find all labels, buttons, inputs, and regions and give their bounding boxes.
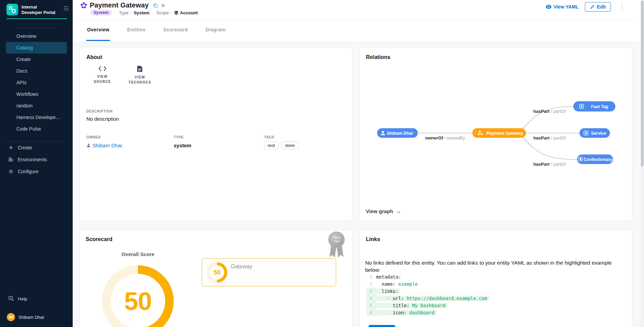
gateway-score-ring: 50: [207, 262, 227, 283]
relations-card: Relations ownerOf / ownedBy hasPart / pa…: [359, 47, 632, 221]
sidebar-create-label: Create: [18, 145, 32, 150]
sidebar-item-apis[interactable]: APIs: [0, 77, 73, 88]
tier-line1: Silver: [332, 236, 340, 240]
silver-tier-badge-icon: Silver Tier: [328, 232, 345, 258]
sidebar-item-random[interactable]: random: [0, 100, 73, 112]
code-line-highlighted: 6 icon: dashboard: [367, 309, 489, 316]
meta-separator: ·: [152, 10, 154, 15]
copy-icon[interactable]: [153, 3, 158, 8]
sidebar-nav: Overview Catalog Create Docs APIs Workfl…: [0, 30, 73, 135]
view-techdocs-label: VIEW TECHDOCS: [127, 75, 153, 85]
overall-score-label: Overall Score: [102, 251, 174, 257]
sidebar-configure[interactable]: Configure: [0, 165, 73, 177]
node-confectionary[interactable]: Confectionary: [577, 154, 613, 164]
owner-name: Shibam Dhar: [92, 143, 123, 148]
favorite-star-icon[interactable]: [160, 3, 166, 8]
node-shibam-dhar[interactable]: Shibam Dhar: [377, 128, 418, 138]
gateway-score-card[interactable]: 50 Gateway: [202, 258, 336, 286]
entity-header: Payment Gateway System · Type : System ·…: [73, 0, 641, 41]
scorecard-title: Scorecard: [86, 236, 346, 242]
tab-scorecard[interactable]: Scorecard: [162, 19, 188, 41]
tab-overview[interactable]: Overview: [86, 19, 110, 41]
sidebar-environments[interactable]: Environments: [0, 153, 73, 165]
links-docs-button[interactable]: [369, 325, 395, 327]
edge-label-owner: ownerOf / ownedBy: [425, 135, 465, 140]
app-root: Internal Developer Portal Overview Catal…: [0, 0, 644, 327]
apps-grid-icon[interactable]: [63, 6, 69, 11]
about-title: About: [86, 54, 345, 60]
node-service[interactable]: Service: [579, 128, 610, 138]
user-menu[interactable]: SD Shibam Dhar: [0, 312, 73, 322]
tag-chip-store[interactable]: store: [282, 142, 298, 149]
node-payment-gateway[interactable]: Payment Gateway: [472, 128, 526, 138]
sidebar-item-catalog[interactable]: Catalog: [6, 42, 67, 54]
gateway-score-value: 50: [214, 269, 220, 276]
account-icon: [174, 11, 178, 15]
help-button[interactable]: ? Help: [0, 293, 73, 304]
links-card: Links No links defined for this entity. …: [359, 230, 632, 327]
help-icon: ?: [8, 296, 14, 301]
tier-line2: Tier: [334, 240, 339, 243]
type-value: System: [134, 10, 149, 15]
sidebar-item-code-pulse[interactable]: Code Pulse: [0, 123, 73, 135]
owner-label: OWNER: [86, 135, 174, 139]
node-fast-tag[interactable]: Fast Tag: [573, 101, 615, 112]
description-value: No description: [86, 116, 345, 122]
overall-score-donut: 50: [102, 265, 174, 327]
sidebar-item-harness-developer[interactable]: Harness Develope...: [0, 112, 73, 123]
owner-link[interactable]: Shibam Dhar: [86, 143, 174, 148]
kind-badge: System: [90, 10, 112, 16]
view-source-label: VIEW SOURCE: [89, 74, 116, 84]
main-content: Payment Gateway System · Type : System ·…: [73, 0, 641, 327]
environments-icon: [8, 157, 14, 162]
code-line: 1metadata:: [367, 273, 489, 280]
about-card: About VIEW SOURCE: [79, 47, 353, 221]
sidebar-create-button[interactable]: Create: [0, 142, 73, 153]
arrow-right-icon: →: [395, 208, 401, 215]
sidebar-accent-divider: [6, 18, 67, 19]
sidebar-header: Internal Developer Portal: [0, 0, 73, 15]
more-options-icon[interactable]: ⋮: [617, 3, 627, 11]
view-graph-link[interactable]: View graph →: [366, 208, 401, 215]
tag-chip-rest[interactable]: rest: [264, 142, 278, 149]
edge-label-haspart-top: hasPart / partOf: [533, 109, 566, 114]
pencil-icon: [590, 5, 595, 9]
entity-meta-row: System · Type : System · Scope : Account: [90, 10, 198, 16]
edit-label: Edit: [597, 4, 606, 10]
gear-icon: [8, 169, 14, 174]
code-icon: [98, 66, 106, 71]
sidebar-item-overview[interactable]: Overview: [0, 30, 73, 42]
scrollbar-thumb[interactable]: [641, 1, 644, 166]
code-line-highlighted: 4 - url: https://dashboard.example.com: [367, 295, 489, 302]
sidebar-item-workflows[interactable]: Workflows: [0, 88, 73, 100]
tab-entities[interactable]: Entities: [126, 19, 146, 41]
sidebar-item-create[interactable]: Create: [0, 54, 73, 65]
edge-label-haspart-mid: hasPart / partOf: [533, 135, 566, 140]
view-source-button[interactable]: VIEW SOURCE: [89, 66, 116, 85]
sidebar-item-docs[interactable]: Docs: [0, 65, 73, 77]
harness-logo-icon: [6, 4, 18, 15]
document-icon: [137, 66, 143, 72]
scorecard-card: Scorecard Overall Score 50 Silver Tier 5…: [79, 230, 353, 327]
edge-label-haspart-bottom: hasPart / partOf: [533, 162, 566, 167]
view-yaml-button[interactable]: View YAML: [546, 4, 579, 10]
svg-text:Service: Service: [591, 131, 606, 136]
code-line-highlighted: 3 links:: [367, 287, 489, 295]
svg-text:?: ?: [10, 297, 12, 300]
scope-value: Account: [174, 10, 198, 15]
gateway-score-name: Gateway: [231, 264, 252, 270]
page-scrollbar[interactable]: [641, 0, 644, 327]
scope-label: Scope :: [156, 10, 171, 15]
help-label: Help: [18, 296, 27, 301]
sidebar-footer: ? Help SD Shibam Dhar: [0, 293, 73, 327]
type-label: Type :: [119, 10, 131, 15]
relations-graph[interactable]: ownerOf / ownedBy hasPart / partOf hasPa…: [360, 47, 632, 204]
sidebar-configure-label: Configure: [18, 169, 39, 174]
edit-button[interactable]: Edit: [585, 2, 611, 12]
code-line-highlighted: 5 title: My Dashboard: [367, 302, 489, 309]
tab-diagram[interactable]: Diagram: [205, 19, 226, 41]
yaml-example-code: 1metadata: 2 name: example 3 links: 4 - …: [367, 273, 489, 316]
view-techdocs-button[interactable]: VIEW TECHDOCS: [127, 66, 153, 85]
sidebar-mini-divider: [16, 28, 55, 28]
plus-icon: [8, 145, 14, 150]
